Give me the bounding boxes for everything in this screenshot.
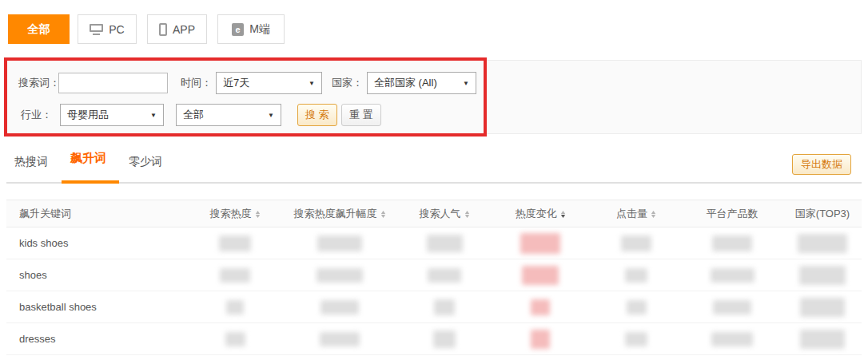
reset-button[interactable]: 重 置 bbox=[341, 104, 381, 126]
word-tabs: 热搜词 飙升词 零少词 bbox=[14, 152, 162, 173]
value-cell bbox=[489, 266, 591, 285]
table-row: shoes bbox=[6, 259, 862, 291]
platform-tab-mweb[interactable]: e M端 bbox=[217, 14, 285, 44]
sort-arrows-icon[interactable]: ▲▼ bbox=[651, 210, 656, 218]
redacted-value bbox=[621, 235, 651, 251]
keyword-cell: dresses bbox=[6, 333, 190, 345]
redacted-value bbox=[320, 332, 360, 346]
value-cell bbox=[591, 268, 681, 283]
redacted-value bbox=[219, 235, 251, 251]
time-select-value: 近7天 bbox=[223, 76, 249, 90]
value-cell bbox=[591, 332, 681, 346]
table-header-row: 飙升关键词搜索热度▲▼搜索热度飙升幅度▲▼搜索人气▲▼热度变化▲▼点击量▲▼平台… bbox=[6, 200, 862, 227]
country-label: 国家： bbox=[332, 72, 363, 94]
column-header-label: 点击量 bbox=[616, 207, 647, 221]
column-header[interactable]: 点击量▲▼ bbox=[591, 207, 681, 221]
platform-tab-all[interactable]: 全部 bbox=[8, 14, 70, 44]
column-header[interactable]: 搜索人气▲▼ bbox=[400, 207, 489, 221]
value-cell bbox=[280, 268, 400, 283]
value-cell bbox=[591, 300, 681, 315]
column-header: 飙升关键词 bbox=[6, 207, 190, 221]
value-cell bbox=[681, 332, 783, 346]
caret-down-icon: ▼ bbox=[309, 80, 315, 87]
export-data-button[interactable]: 导出数据 bbox=[792, 154, 851, 175]
time-label: 时间： bbox=[181, 72, 212, 94]
search-term-input[interactable] bbox=[58, 73, 168, 93]
platform-tab-mweb-label: M端 bbox=[249, 22, 270, 37]
redacted-value bbox=[531, 330, 550, 349]
tab-hot-words[interactable]: 热搜词 bbox=[14, 152, 48, 173]
smartphone-icon bbox=[159, 23, 167, 36]
platform-tab-app[interactable]: APP bbox=[147, 14, 207, 44]
redacted-value bbox=[520, 233, 560, 254]
search-term-label: 搜索词： bbox=[18, 72, 60, 94]
redacted-value bbox=[427, 235, 463, 252]
column-header-label: 搜索热度飙升幅度 bbox=[294, 207, 377, 221]
word-tabs-row: 热搜词 飙升词 零少词 导出数据 bbox=[6, 152, 862, 176]
value-cell bbox=[190, 300, 280, 315]
redacted-value bbox=[712, 235, 752, 251]
column-header[interactable]: 搜索热度▲▼ bbox=[190, 207, 280, 221]
sort-arrows-icon[interactable]: ▲▼ bbox=[464, 210, 470, 218]
redacted-value bbox=[226, 300, 244, 315]
column-header-label: 热度变化 bbox=[516, 207, 557, 221]
column-header[interactable]: 搜索热度飙升幅度▲▼ bbox=[280, 207, 400, 221]
sort-arrows-icon[interactable]: ▲▼ bbox=[255, 210, 261, 218]
table-body: kids shoesshoesbasketball shoesdresses bbox=[6, 227, 862, 355]
redacted-value bbox=[225, 332, 245, 346]
keyword-cell: basketball shoes bbox=[6, 301, 190, 313]
category-select[interactable]: 全部 ▼ bbox=[176, 104, 281, 126]
platform-tabs: 全部 PC APP e M端 bbox=[8, 14, 285, 44]
mobile-web-icon: e bbox=[232, 23, 244, 36]
redacted-value bbox=[428, 268, 461, 283]
value-cell bbox=[783, 330, 862, 349]
value-cell bbox=[591, 235, 681, 251]
table-row: basketball shoes bbox=[6, 291, 862, 323]
value-cell bbox=[681, 235, 783, 251]
value-cell bbox=[681, 300, 783, 315]
filter-panel: 搜索词： 时间： 近7天 ▼ 国家： 全部国家 (All) ▼ 行业： 母婴用品… bbox=[6, 60, 862, 134]
redacted-value bbox=[800, 298, 845, 317]
keyword-analytics-page: 全部 PC APP e M端 搜索词： 时间： 近7天 ▼ 国家： 全部国家 (… bbox=[0, 0, 868, 360]
redacted-value bbox=[531, 299, 550, 315]
column-header[interactable]: 热度变化▲▼ bbox=[489, 207, 591, 221]
redacted-value bbox=[522, 266, 559, 285]
monitor-icon bbox=[90, 24, 103, 35]
search-button[interactable]: 搜 索 bbox=[297, 104, 337, 126]
sort-arrows-icon[interactable]: ▲▼ bbox=[380, 210, 386, 218]
value-cell bbox=[489, 233, 591, 254]
redacted-value bbox=[800, 330, 845, 349]
active-tab-indicator bbox=[62, 180, 119, 184]
industry-select-value: 母婴用品 bbox=[67, 108, 109, 122]
redacted-value bbox=[713, 300, 751, 315]
value-cell bbox=[783, 234, 862, 253]
value-cell bbox=[681, 268, 783, 283]
table-row: kids shoes bbox=[6, 227, 862, 259]
keyword-cell: kids shoes bbox=[6, 237, 190, 249]
value-cell bbox=[280, 235, 400, 251]
industry-label: 行业： bbox=[21, 104, 52, 126]
column-header-label: 搜索热度 bbox=[210, 207, 252, 221]
redacted-value bbox=[434, 299, 455, 315]
platform-tab-all-label: 全部 bbox=[28, 22, 50, 37]
value-cell bbox=[190, 268, 280, 283]
tab-zero-words[interactable]: 零少词 bbox=[129, 152, 162, 173]
category-select-value: 全部 bbox=[183, 108, 204, 122]
sort-arrows-icon[interactable]: ▲▼ bbox=[560, 210, 566, 218]
platform-tab-pc[interactable]: PC bbox=[78, 14, 137, 44]
tabs-divider bbox=[6, 182, 862, 184]
time-select[interactable]: 近7天 ▼ bbox=[216, 72, 322, 94]
value-cell bbox=[400, 235, 489, 252]
value-cell bbox=[400, 330, 489, 348]
redacted-value bbox=[711, 332, 753, 346]
value-cell bbox=[489, 299, 591, 315]
platform-tab-app-label: APP bbox=[173, 23, 195, 36]
redacted-value bbox=[799, 266, 846, 285]
value-cell bbox=[400, 299, 489, 315]
country-select[interactable]: 全部国家 (All) ▼ bbox=[367, 72, 476, 94]
value-cell bbox=[190, 235, 280, 251]
column-header: 国家(TOP3) bbox=[783, 207, 862, 221]
value-cell bbox=[280, 300, 400, 315]
tab-surging-words[interactable]: 飙升词 bbox=[70, 148, 106, 169]
industry-select[interactable]: 母婴用品 ▼ bbox=[60, 104, 164, 126]
